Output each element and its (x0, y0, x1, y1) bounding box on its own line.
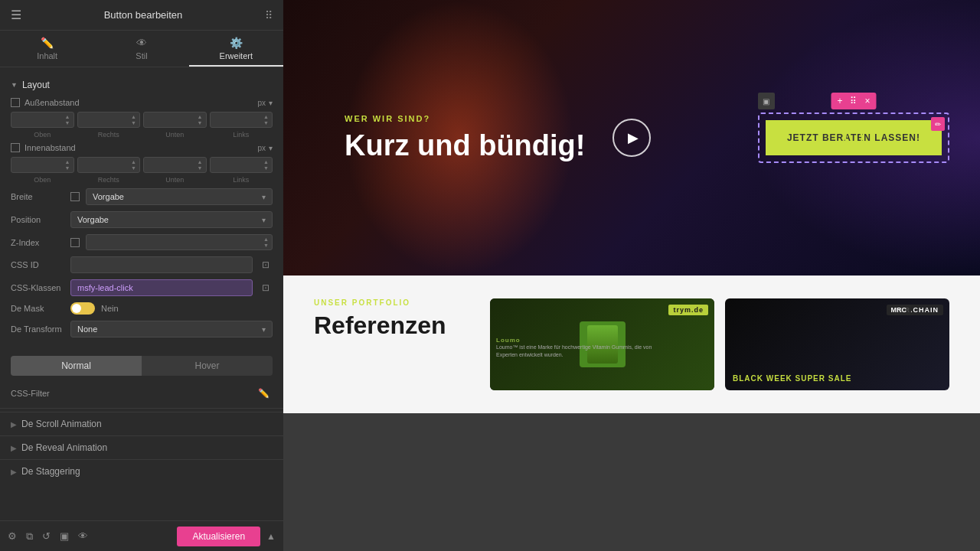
css-klassen-row: CSS-Klassen msfy-lead-click ⊡ (11, 279, 273, 296)
tab-erweitert[interactable]: ⚙️ Erweitert (189, 31, 283, 67)
cta-block-type-icon: ▣ (758, 93, 775, 109)
play-button[interactable]: ▶ (612, 119, 651, 157)
breite-value: Vorgabe (93, 192, 124, 201)
hover-tab[interactable]: Hover (142, 356, 273, 376)
innenabstand-oben-spinner[interactable]: ▲ ▼ (65, 159, 70, 171)
aussenabstand-unten-input[interactable]: ▲ ▼ (143, 112, 207, 128)
aussenabstand-inputs: ▲ ▼ ▲ ▼ ▲ (11, 112, 273, 128)
breite-row: Breite Vorgabe ▾ (11, 188, 273, 205)
reveal-animation-section: ▶ De Reveal Animation (0, 435, 283, 459)
settings-icon: ⚙️ (230, 37, 243, 49)
innenabstand-unten-spinner[interactable]: ▲ ▼ (198, 159, 203, 171)
css-id-clear-button[interactable]: ⊡ (259, 258, 273, 272)
cta-close-button[interactable]: × (861, 94, 873, 108)
css-klassen-label: CSS-Klassen (11, 283, 64, 292)
de-transform-arrow: ▾ (262, 325, 266, 334)
aussenabstand-unten-spinner[interactable]: ▲ ▼ (198, 114, 203, 126)
de-mask-row: De Mask Nein (11, 302, 273, 315)
cta-edit-icon[interactable]: ✏ (931, 117, 945, 131)
aussenabstand-sublabels: Oben Rechts Unten Links (11, 131, 273, 139)
innenabstand-links-label: Links (210, 176, 273, 184)
tab-stil[interactable]: 👁 Stil (94, 31, 188, 67)
innenabstand-oben-label: Oben (11, 176, 74, 184)
hero-subtitle: WER WIR SIND? (345, 114, 585, 123)
layout-section-header[interactable]: ▼ Layout (0, 75, 283, 95)
staggering-arrow: ▶ (11, 468, 17, 476)
cta-button[interactable]: JETZT BERATEN LASSEN! (766, 120, 942, 155)
aussenabstand-oben-spinner[interactable]: ▲ ▼ (65, 114, 70, 126)
css-filter-row: CSS-Filter ✏️ (0, 382, 283, 405)
undo-icon[interactable]: ↺ (42, 530, 51, 542)
update-button[interactable]: Aktualisieren (177, 527, 260, 546)
z-index-input[interactable]: ▲ ▼ (86, 234, 273, 250)
aussenabstand-row: Außenabstand px ▾ (11, 98, 273, 107)
eye-icon[interactable]: 👁 (78, 530, 88, 542)
menu-icon[interactable]: ☰ (11, 8, 21, 22)
position-select[interactable]: Vorgabe ▾ (70, 211, 273, 228)
portfolio-title: Referenzen (314, 311, 467, 340)
cta-toolbar: + ⠿ × (831, 93, 876, 109)
innenabstand-rechts-spinner[interactable]: ▲ ▼ (131, 159, 136, 171)
hover-tab-label: Hover (194, 360, 219, 371)
aussenabstand-links-spinner[interactable]: ▲ ▼ (263, 114, 269, 126)
innenabstand-px: px (257, 144, 266, 152)
z-index-row: Z-Index ▲ ▼ (11, 234, 273, 250)
css-klassen-input[interactable]: msfy-lead-click (70, 279, 253, 296)
aussenabstand-icon (11, 98, 20, 107)
innenabstand-links-spinner[interactable]: ▲ ▼ (263, 159, 269, 171)
card-1-brand: Loumo (496, 337, 668, 344)
css-filter-edit-button[interactable]: ✏️ (255, 386, 273, 400)
innenabstand-links-input[interactable]: ▲ ▼ (210, 157, 273, 173)
innenabstand-rechts-input[interactable]: ▲ ▼ (77, 157, 141, 173)
grid-icon[interactable]: ⠿ (265, 9, 273, 21)
collapse-button[interactable]: ▲ (266, 531, 276, 542)
normal-tab[interactable]: Normal (11, 356, 142, 376)
aussenabstand-oben-label: Oben (11, 131, 74, 139)
portfolio-card-1[interactable]: Loumo Loumo™ ist eine Marke für hochwert… (490, 298, 714, 390)
aussenabstand-oben-input[interactable]: ▲ ▼ (11, 112, 74, 128)
tab-inhalt[interactable]: ✏️ Inhalt (0, 31, 94, 67)
card-1-text: Loumo Loumo™ ist eine Marke für hochwert… (496, 337, 668, 359)
hero-title: Kurz und bündig! (345, 129, 585, 162)
aussenabstand-unit[interactable]: px ▾ (257, 99, 273, 107)
panel-title: Button bearbeiten (104, 9, 183, 21)
css-id-input[interactable] (70, 256, 253, 273)
aussenabstand-rechts-spinner[interactable]: ▲ ▼ (131, 114, 136, 126)
history-icon[interactable]: ▣ (60, 530, 69, 542)
css-id-row: CSS ID ⊡ (11, 256, 273, 273)
cta-add-button[interactable]: + (834, 94, 845, 108)
breite-icon (70, 192, 80, 201)
innenabstand-unten-input[interactable]: ▲ ▼ (143, 157, 207, 173)
innenabstand-oben-input[interactable]: ▲ ▼ (11, 157, 74, 173)
position-select-arrow: ▾ (262, 216, 266, 224)
de-transform-select[interactable]: None ▾ (70, 321, 273, 337)
innenabstand-dropdown-icon[interactable]: ▾ (269, 144, 273, 152)
css-klassen-clear-button[interactable]: ⊡ (259, 281, 273, 295)
z-index-spinner[interactable]: ▲ ▼ (263, 236, 269, 248)
aussenabstand-dropdown-icon[interactable]: ▾ (269, 99, 273, 107)
card-2-promo: BLACK WEEK SUPER SALE (733, 374, 942, 383)
layout-section-body: Außenabstand px ▾ ▲ ▼ (0, 95, 283, 350)
innenabstand-unit[interactable]: px ▾ (257, 144, 273, 152)
aussenabstand-links-input[interactable]: ▲ ▼ (210, 112, 273, 128)
layout-arrow-icon: ▼ (11, 81, 18, 89)
settings-gear-icon[interactable]: ⚙ (8, 530, 17, 542)
portfolio-card-2[interactable]: BLACK WEEK SUPER SALE MR.CHAIN MRC (725, 298, 949, 390)
breite-select[interactable]: Vorgabe ▾ (86, 188, 273, 205)
portfolio-cards: Loumo Loumo™ ist eine Marke für hochwert… (490, 298, 949, 390)
staggering-header[interactable]: ▶ De Staggering (0, 460, 283, 483)
position-value: Vorgabe (77, 215, 109, 224)
aussenabstand-rechts-input[interactable]: ▲ ▼ (77, 112, 141, 128)
de-transform-row: De Transform None ▾ (11, 321, 273, 337)
scroll-animation-section: ▶ De Scroll Animation (0, 412, 283, 435)
reveal-animation-header[interactable]: ▶ De Reveal Animation (0, 436, 283, 459)
tab-inhalt-label: Inhalt (37, 51, 57, 60)
de-mask-toggle-label: Nein (101, 304, 119, 313)
cta-container: + ⠿ × ▣ ✏ JETZT BERATEN LASSEN! (758, 112, 949, 163)
layers-icon[interactable]: ⧉ (26, 530, 33, 543)
de-mask-toggle[interactable] (70, 302, 95, 315)
left-panel: ☰ Button bearbeiten ⠿ ✏️ Inhalt 👁 Stil ⚙… (0, 0, 283, 551)
scroll-animation-header[interactable]: ▶ De Scroll Animation (0, 412, 283, 435)
position-row: Position Vorgabe ▾ (11, 211, 273, 228)
cta-move-icon[interactable]: ⠿ (847, 94, 860, 108)
